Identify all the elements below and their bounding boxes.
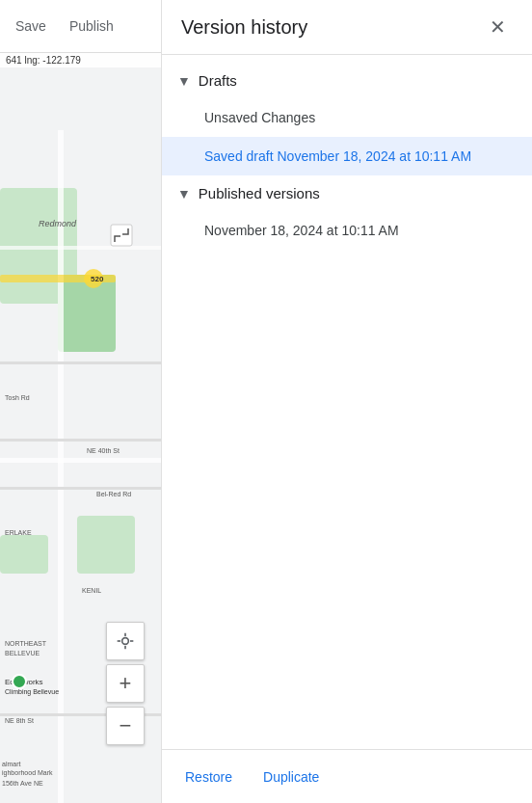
- zoom-out-button[interactable]: −: [106, 707, 145, 745]
- svg-rect-2: [58, 275, 116, 352]
- drafts-section-title: Drafts: [199, 72, 237, 89]
- published-section-title: Published versions: [199, 185, 320, 201]
- unsaved-changes-item[interactable]: Unsaved Changes: [162, 98, 532, 137]
- svg-rect-32: [111, 225, 132, 246]
- svg-text:almart: almart: [2, 761, 21, 767]
- svg-text:Redmond: Redmond: [39, 219, 77, 228]
- saved-draft-item[interactable]: Saved draft November 18, 2024 at 10:11 A…: [162, 137, 532, 175]
- zoom-in-button[interactable]: +: [106, 664, 145, 703]
- svg-rect-8: [0, 439, 161, 442]
- map-controls: + −: [106, 622, 145, 745]
- svg-rect-6: [0, 246, 161, 250]
- published-chevron-icon: ▼: [177, 186, 191, 201]
- drafts-section-header[interactable]: ▼ Drafts: [162, 63, 532, 98]
- version-history-panel: Version history ✕ ▼ Drafts Unsaved Chang…: [161, 0, 532, 803]
- publish-button[interactable]: Publish: [66, 13, 118, 40]
- map-area: Save Publish 641 lng: -122.179 520 Redmo…: [0, 0, 161, 803]
- svg-text:ighborhood Mark: ighborhood Mark: [2, 769, 53, 777]
- svg-point-24: [13, 675, 26, 688]
- svg-text:520: 520: [91, 275, 104, 283]
- restore-button[interactable]: Restore: [185, 762, 232, 792]
- svg-text:156th Ave NE: 156th Ave NE: [2, 780, 43, 787]
- svg-text:NE 8th St: NE 8th St: [5, 717, 34, 724]
- svg-rect-10: [0, 487, 161, 490]
- svg-rect-4: [0, 535, 48, 574]
- panel-header: Version history ✕: [162, 0, 532, 55]
- svg-text:KENIL: KENIL: [82, 587, 101, 594]
- drafts-chevron-icon: ▼: [177, 73, 191, 89]
- duplicate-button[interactable]: Duplicate: [263, 762, 319, 792]
- svg-text:NE 40th St: NE 40th St: [87, 447, 120, 454]
- svg-text:NORTHEAST: NORTHEAST: [5, 640, 47, 647]
- svg-rect-5: [58, 130, 64, 803]
- coord-bar: 641 lng: -122.179: [0, 53, 161, 67]
- svg-text:Tosh Rd: Tosh Rd: [5, 394, 30, 401]
- svg-text:Bel-Red Rd: Bel-Red Rd: [96, 491, 131, 497]
- svg-text:ERLAKE: ERLAKE: [5, 529, 32, 536]
- svg-rect-7: [0, 361, 161, 364]
- svg-text:BELLEVUE: BELLEVUE: [5, 650, 40, 656]
- svg-text:Climbing Bellevue: Climbing Bellevue: [5, 688, 59, 696]
- svg-rect-3: [77, 516, 135, 574]
- svg-rect-9: [0, 458, 161, 463]
- panel-footer: Restore Duplicate: [162, 749, 532, 803]
- published-section-header[interactable]: ▼ Published versions: [162, 175, 532, 211]
- panel-title: Version history: [181, 16, 307, 39]
- close-button[interactable]: ✕: [482, 12, 513, 42]
- svg-point-33: [122, 638, 129, 645]
- panel-content: ▼ Drafts Unsaved Changes Saved draft Nov…: [162, 55, 532, 749]
- toolbar: Save Publish: [0, 0, 161, 53]
- published-version-item[interactable]: November 18, 2024 at 10:11 AM: [162, 211, 532, 250]
- locate-button[interactable]: [106, 622, 145, 660]
- save-button[interactable]: Save: [12, 13, 50, 40]
